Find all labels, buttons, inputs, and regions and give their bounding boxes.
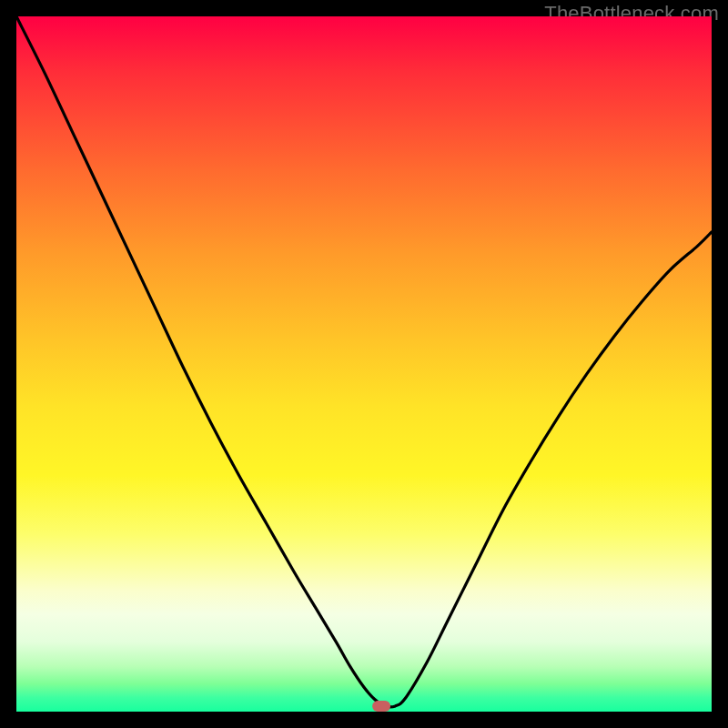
chart-svg (16, 16, 712, 712)
bottleneck-curve (16, 16, 712, 707)
plot-area (16, 16, 712, 712)
chart-frame: TheBottleneck.com (0, 0, 728, 728)
min-marker (372, 701, 390, 712)
